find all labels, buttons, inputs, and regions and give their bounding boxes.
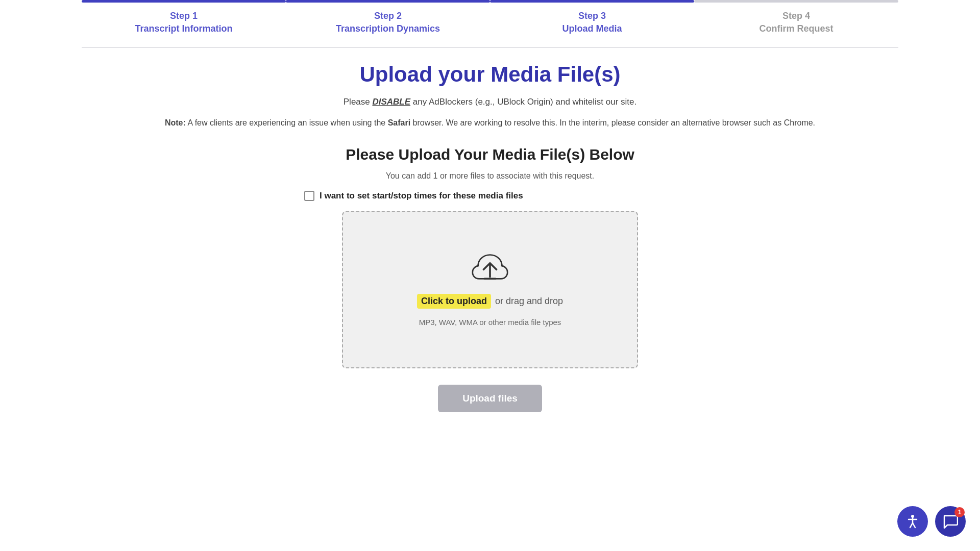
accessibility-icon: [905, 514, 920, 529]
safari-label: Safari: [388, 118, 410, 127]
svg-line-5: [910, 523, 913, 528]
step-item-4[interactable]: Step 4 Confirm Request: [694, 0, 898, 35]
step-item-2[interactable]: Step 2 Transcription Dynamics: [286, 0, 490, 35]
step-label-1: Step 1 Transcript Information: [135, 10, 232, 35]
disable-text: DISABLE: [372, 97, 410, 107]
upload-files-button[interactable]: Upload files: [438, 385, 542, 412]
click-to-upload-text[interactable]: Click to upload: [417, 294, 491, 309]
step-label-2: Step 2 Transcription Dynamics: [336, 10, 440, 35]
drag-drop-text: or drag and drop: [495, 296, 563, 307]
svg-line-6: [913, 523, 915, 528]
stepper: Step 1 Transcript Information Step 2 Tra…: [0, 0, 980, 35]
upload-button-row: Upload files: [82, 385, 898, 412]
step-item-3[interactable]: Step 3 Upload Media: [490, 0, 694, 35]
note-label: Note:: [165, 118, 186, 127]
cloud-upload-icon: [472, 248, 508, 285]
step-line-4: [694, 0, 898, 3]
file-types-text: MP3, WAV, WMA or other media file types: [419, 318, 561, 327]
start-stop-checkbox[interactable]: [304, 191, 314, 201]
step-label-3: Step 3 Upload Media: [562, 10, 622, 35]
step-line-1: [82, 0, 286, 3]
upload-subtitle: You can add 1 or more files to associate…: [82, 171, 898, 181]
accessibility-button[interactable]: [897, 506, 928, 537]
start-stop-checkbox-row[interactable]: I want to set start/stop times for these…: [304, 191, 898, 201]
upload-cta[interactable]: Click to upload or drag and drop: [417, 294, 563, 309]
chat-badge: 1: [954, 507, 965, 517]
upload-section-title: Please Upload Your Media File(s) Below: [82, 146, 898, 163]
file-dropzone[interactable]: Click to upload or drag and drop MP3, WA…: [342, 211, 638, 368]
floating-buttons: 1: [897, 506, 966, 537]
step-item-1[interactable]: Step 1 Transcript Information: [82, 0, 286, 35]
safari-notice: Note: A few clients are experiencing an …: [82, 116, 898, 130]
page-title: Upload your Media File(s): [82, 62, 898, 87]
section-divider: [82, 47, 898, 48]
main-content: Upload your Media File(s) Please DISABLE…: [0, 62, 980, 412]
step-line-3: [490, 0, 694, 3]
start-stop-label[interactable]: I want to set start/stop times for these…: [320, 191, 523, 201]
adblocker-notice: Please DISABLE any AdBlockers (e.g., UBl…: [82, 97, 898, 107]
step-line-2: [286, 0, 490, 3]
step-label-4: Step 4 Confirm Request: [759, 10, 833, 35]
chat-icon: [943, 514, 958, 529]
chat-button[interactable]: 1: [935, 506, 966, 537]
